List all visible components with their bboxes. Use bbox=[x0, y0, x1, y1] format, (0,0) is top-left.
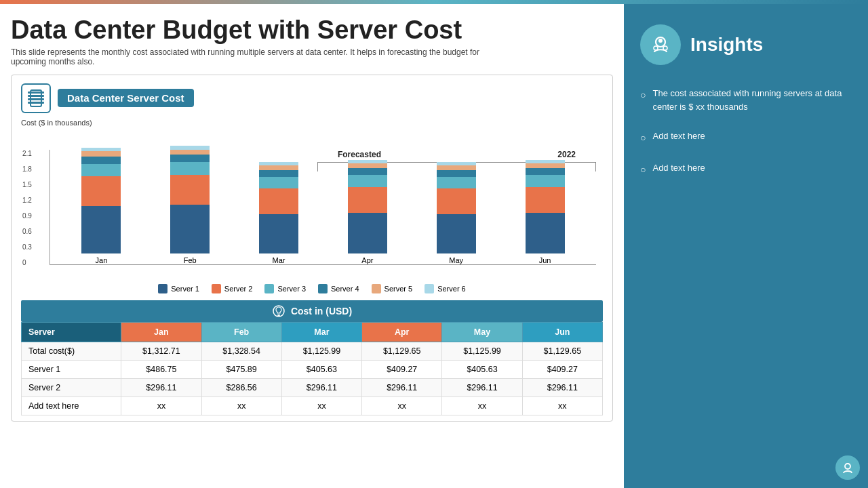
page-title: Data Center Budget with Server Cost bbox=[11, 16, 613, 45]
chart-title-badge: Data Center Server Cost bbox=[58, 89, 194, 107]
chart-icon bbox=[21, 83, 51, 113]
table-cell-r1-c6: $409.27 bbox=[522, 360, 602, 378]
legend-server6: Server 6 bbox=[425, 284, 466, 293]
year-label: 2022 bbox=[557, 150, 576, 159]
col-apr: Apr bbox=[362, 322, 442, 342]
chart-section: Data Center Server Cost Cost ($ in thous… bbox=[11, 75, 613, 422]
bar-label-mar: Mar bbox=[273, 256, 285, 264]
table-cell-r3-c2: xx bbox=[201, 396, 281, 415]
table-cell-r0-c1: $1,312.71 bbox=[121, 342, 201, 360]
insight-item-3: ○ Add text here bbox=[640, 161, 852, 177]
insight-item-2: ○ Add text here bbox=[640, 129, 852, 145]
insights-header: Insights bbox=[640, 24, 852, 65]
table-cell-r2-c2: $286.56 bbox=[201, 378, 281, 396]
table-cell-r1-c0: Server 1 bbox=[22, 360, 121, 378]
table-cell-r1-c5: $405.63 bbox=[442, 360, 522, 378]
sidebar: Insights ○ The cost associated with runn… bbox=[624, 4, 868, 488]
chart-y-label: Cost ($ in thousands) bbox=[21, 119, 603, 127]
forecasted-label: Forecasted bbox=[338, 150, 381, 159]
table-cell-r1-c3: $405.63 bbox=[281, 360, 361, 378]
insight-item-1: ○ The cost associated with running serve… bbox=[640, 87, 852, 113]
bar-label-feb: Feb bbox=[184, 256, 197, 264]
col-feb: Feb bbox=[201, 322, 281, 342]
col-jun: Jun bbox=[522, 322, 602, 342]
table-cell-r0-c5: $1,125.99 bbox=[442, 342, 522, 360]
table-row: Add text herexxxxxxxxxxxx bbox=[22, 396, 603, 415]
bar-label-may: May bbox=[449, 256, 463, 264]
table-cell-r0-c3: $1,125.99 bbox=[281, 342, 361, 360]
table-cell-r0-c0: Total cost($) bbox=[22, 342, 121, 360]
svg-point-9 bbox=[654, 46, 658, 50]
table-header-label: Cost in (USD) bbox=[291, 306, 352, 317]
insight-text-1: The cost associated with running servers… bbox=[652, 87, 852, 113]
cost-table: Server Jan Feb Mar Apr May Jun Total cos… bbox=[21, 322, 603, 415]
table-cell-r2-c6: $296.11 bbox=[522, 378, 602, 396]
table-row: Total cost($)$1,312.71$1,328.54$1,125.99… bbox=[22, 342, 603, 360]
table-cell-r2-c4: $296.11 bbox=[362, 378, 442, 396]
table-cell-r1-c1: $486.75 bbox=[121, 360, 201, 378]
svg-rect-6 bbox=[277, 314, 280, 316]
chart-header: Data Center Server Cost bbox=[21, 83, 603, 113]
chart-legend: Server 1 Server 2 Server 3 Server 4 bbox=[21, 284, 603, 293]
table-cell-r3-c1: xx bbox=[121, 396, 201, 415]
svg-point-11 bbox=[845, 464, 850, 469]
table-cell-r3-c4: xx bbox=[362, 396, 442, 415]
table-cell-r2-c5: $296.11 bbox=[442, 378, 522, 396]
table-header-bar: Cost in (USD) bbox=[21, 300, 603, 322]
bar-label-jan: Jan bbox=[96, 256, 108, 264]
table-cell-r0-c6: $1,129.65 bbox=[522, 342, 602, 360]
page-subtitle: This slide represents the monthly cost a… bbox=[11, 47, 513, 66]
main-content: Data Center Budget with Server Cost This… bbox=[0, 4, 624, 488]
insights-title: Insights bbox=[690, 34, 763, 56]
table-row: Server 2$296.11$286.56$296.11$296.11$296… bbox=[22, 378, 603, 396]
chart-area: Cost ($ in thousands) Forecasted 2022 0 … bbox=[21, 119, 603, 293]
insights-icon bbox=[640, 24, 681, 65]
table-cell-r1-c2: $475.89 bbox=[201, 360, 281, 378]
legend-server3: Server 3 bbox=[264, 284, 306, 293]
table-cell-r2-c3: $296.11 bbox=[281, 378, 361, 396]
bar-label-apr: Apr bbox=[361, 256, 373, 264]
bar-label-jun: Jun bbox=[539, 256, 551, 264]
table-cell-r0-c2: $1,328.54 bbox=[201, 342, 281, 360]
table-cell-r0-c4: $1,129.65 bbox=[362, 342, 442, 360]
col-server: Server bbox=[22, 322, 121, 342]
col-mar: Mar bbox=[281, 322, 361, 342]
table-row: Server 1$486.75$475.89$405.63$409.27$405… bbox=[22, 360, 603, 378]
page-layout: Data Center Budget with Server Cost This… bbox=[0, 4, 868, 488]
table-cell-r3-c6: xx bbox=[522, 396, 602, 415]
bottom-right-icon bbox=[835, 455, 860, 480]
svg-point-10 bbox=[663, 46, 667, 50]
svg-point-8 bbox=[658, 39, 663, 43]
insight-text-2: Add text here bbox=[652, 129, 705, 143]
table-cell-r2-c0: Server 2 bbox=[22, 378, 121, 396]
col-jan: Jan bbox=[121, 322, 201, 342]
legend-server4: Server 4 bbox=[318, 284, 359, 293]
table-section: Cost in (USD) Server Jan Feb Mar Apr May… bbox=[21, 300, 603, 415]
table-cell-r3-c3: xx bbox=[281, 396, 361, 415]
insight-text-3: Add text here bbox=[652, 161, 705, 175]
table-cell-r1-c4: $409.27 bbox=[362, 360, 442, 378]
col-may: May bbox=[442, 322, 522, 342]
table-cell-r3-c0: Add text here bbox=[22, 396, 121, 415]
legend-server5: Server 5 bbox=[372, 284, 413, 293]
legend-server1: Server 1 bbox=[158, 284, 199, 293]
table-cell-r2-c1: $296.11 bbox=[121, 378, 201, 396]
legend-server2: Server 2 bbox=[212, 284, 253, 293]
table-cell-r3-c5: xx bbox=[442, 396, 522, 415]
